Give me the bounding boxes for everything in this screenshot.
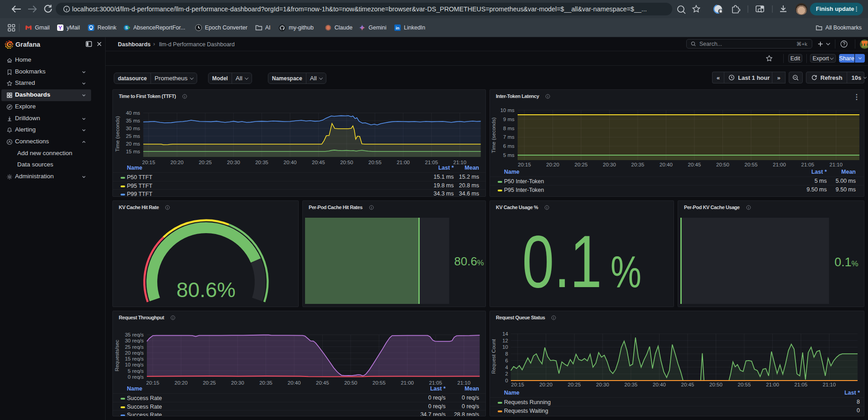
- svg-text:14: 14: [502, 331, 508, 337]
- svg-text:20:15: 20:15: [518, 162, 531, 167]
- svg-text:20:35: 20:35: [259, 380, 272, 386]
- svg-text:25 req/s: 25 req/s: [125, 344, 144, 350]
- svg-text:12: 12: [502, 338, 508, 343]
- svg-text:6 ms: 6 ms: [503, 143, 514, 149]
- svg-text:20:55: 20:55: [738, 382, 751, 387]
- svg-text:30 req/s: 30 req/s: [125, 338, 144, 343]
- svg-text:15 ms: 15 ms: [126, 149, 141, 154]
- svg-text:20:25: 20:25: [568, 382, 581, 387]
- svg-text:21:00: 21:00: [401, 380, 414, 386]
- svg-text:15 req/s: 15 req/s: [125, 356, 144, 361]
- svg-text:21:10: 21:10: [829, 162, 843, 167]
- svg-text:20:15: 20:15: [511, 382, 524, 387]
- svg-text:20 req/s: 20 req/s: [125, 350, 144, 356]
- svg-text:20:45: 20:45: [681, 382, 694, 387]
- svg-text:20:55: 20:55: [745, 162, 758, 167]
- svg-text:35 ms: 35 ms: [126, 118, 141, 123]
- svg-text:Time (seconds): Time (seconds): [491, 117, 496, 153]
- svg-text:Requests/sec: Requests/sec: [114, 340, 120, 371]
- svg-text:Time (seconds): Time (seconds): [115, 116, 120, 151]
- svg-text:8: 8: [505, 351, 508, 357]
- svg-text:10: 10: [502, 344, 508, 350]
- svg-text:20:50: 20:50: [716, 162, 729, 167]
- svg-text:20:30: 20:30: [603, 162, 616, 167]
- svg-text:9 ms: 9 ms: [503, 117, 514, 122]
- svg-text:20:30: 20:30: [596, 382, 609, 387]
- svg-text:80.6%: 80.6%: [176, 278, 235, 302]
- svg-text:21:10: 21:10: [457, 380, 470, 386]
- svg-text:20:40: 20:40: [659, 162, 673, 167]
- svg-text:20:30: 20:30: [231, 380, 244, 386]
- svg-text:S: S: [125, 25, 128, 30]
- svg-text:20:40: 20:40: [653, 382, 666, 387]
- svg-text:20:45: 20:45: [316, 380, 329, 386]
- svg-text:21:05: 21:05: [429, 380, 442, 386]
- svg-text:20:45: 20:45: [688, 162, 701, 167]
- svg-text:0 req/s: 0 req/s: [128, 374, 144, 380]
- svg-text:in: in: [396, 26, 399, 30]
- svg-text:20:20: 20:20: [539, 382, 553, 387]
- svg-text:20:35: 20:35: [631, 162, 645, 167]
- svg-text:20:25: 20:25: [203, 380, 216, 386]
- svg-text:20:40: 20:40: [288, 380, 301, 386]
- svg-text:10 ms: 10 ms: [500, 107, 515, 113]
- svg-text:2: 2: [505, 371, 508, 376]
- svg-text:20:25: 20:25: [575, 162, 588, 167]
- svg-text:20 ms: 20 ms: [126, 141, 141, 147]
- svg-text:6: 6: [505, 358, 508, 363]
- svg-text:20:55: 20:55: [373, 380, 386, 386]
- svg-text:0.1: 0.1: [522, 220, 602, 303]
- svg-text:7 ms: 7 ms: [503, 134, 514, 140]
- svg-text:30 ms: 30 ms: [126, 126, 141, 131]
- svg-text:0: 0: [505, 378, 508, 383]
- svg-text:10 req/s: 10 req/s: [125, 362, 144, 367]
- svg-text:20:20: 20:20: [546, 162, 559, 167]
- svg-text:4: 4: [505, 365, 509, 370]
- svg-text:%: %: [611, 246, 641, 297]
- svg-text:20:20: 20:20: [175, 380, 188, 386]
- svg-text:25 ms: 25 ms: [126, 133, 141, 139]
- svg-text:21:00: 21:00: [766, 382, 779, 387]
- svg-text:21:00: 21:00: [773, 162, 786, 167]
- svg-text:20:35: 20:35: [625, 382, 638, 387]
- svg-text:21:10: 21:10: [823, 382, 836, 387]
- svg-text:8 ms: 8 ms: [503, 126, 514, 131]
- svg-text:20:50: 20:50: [709, 382, 723, 387]
- svg-text:20:50: 20:50: [344, 380, 357, 386]
- svg-text:Request Count: Request Count: [491, 339, 496, 374]
- svg-text:5 req/s: 5 req/s: [128, 368, 144, 374]
- svg-text:35 req/s: 35 req/s: [125, 332, 144, 337]
- svg-text:40 ms: 40 ms: [126, 110, 141, 116]
- svg-text:5 ms: 5 ms: [503, 152, 514, 158]
- svg-text:21:05: 21:05: [801, 162, 815, 167]
- svg-text:21:05: 21:05: [795, 382, 808, 387]
- svg-text:20:15: 20:15: [146, 380, 160, 386]
